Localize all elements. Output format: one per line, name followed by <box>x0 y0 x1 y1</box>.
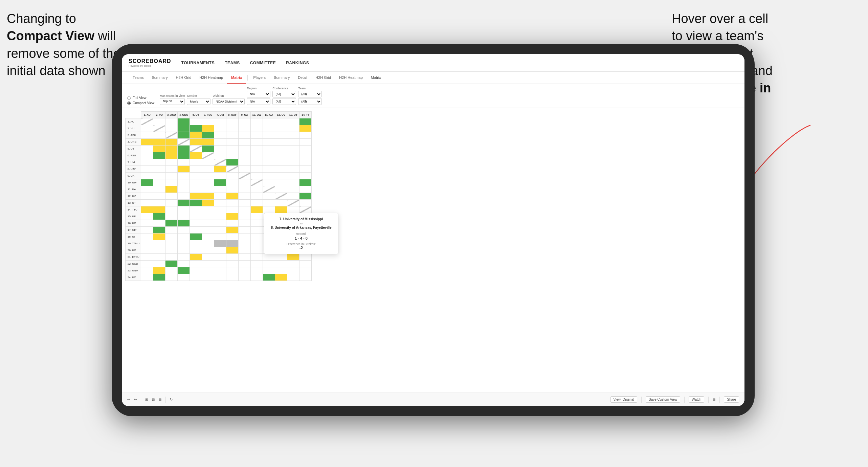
cell-19-4[interactable] <box>178 240 190 247</box>
cell-3-6[interactable] <box>202 132 214 139</box>
cell-13-10[interactable] <box>251 200 263 206</box>
nav-rankings[interactable]: RANKINGS <box>286 61 309 65</box>
cell-2-7[interactable] <box>214 125 226 132</box>
cell-18-5[interactable] <box>190 234 202 240</box>
cell-12-2[interactable] <box>153 193 165 200</box>
cell-13-7[interactable] <box>214 200 226 206</box>
cell-19-1[interactable] <box>141 240 153 247</box>
cell-1-9[interactable] <box>239 118 251 125</box>
cell-19-8[interactable] <box>226 240 239 247</box>
cell-18-7[interactable] <box>214 234 226 240</box>
cell-10-8[interactable] <box>226 179 239 186</box>
cell-20-2[interactable] <box>153 247 165 254</box>
cell-17-2[interactable] <box>153 227 165 234</box>
cell-5-2[interactable] <box>153 146 165 152</box>
cell-13-14[interactable] <box>299 200 312 206</box>
cell-7-13[interactable] <box>287 159 299 166</box>
cell-14-10[interactable] <box>251 206 263 213</box>
cell-8-12[interactable] <box>275 166 287 173</box>
cell-17-10[interactable] <box>251 227 263 234</box>
cell-1-8[interactable] <box>226 118 239 125</box>
cell-21-9[interactable] <box>239 254 251 261</box>
cell-11-6[interactable] <box>202 186 214 193</box>
cell-9-10[interactable] <box>251 173 263 179</box>
cell-16-10[interactable] <box>251 220 263 227</box>
cell-10-2[interactable] <box>153 179 165 186</box>
cell-21-11[interactable] <box>263 254 275 261</box>
cell-20-6[interactable] <box>202 247 214 254</box>
cell-10-5[interactable] <box>190 179 202 186</box>
toolbar-grid1[interactable]: ⊞ <box>145 398 148 401</box>
cell-23-11[interactable] <box>263 267 275 274</box>
toolbar-share[interactable]: Share <box>724 396 739 403</box>
cell-9-9[interactable] <box>239 173 251 179</box>
cell-24-6[interactable] <box>202 274 214 281</box>
cell-11-11[interactable] <box>263 186 275 193</box>
tab-summary-teams[interactable]: Summary <box>148 72 172 84</box>
cell-8-2[interactable] <box>153 166 165 173</box>
cell-1-7[interactable] <box>214 118 226 125</box>
cell-4-6[interactable] <box>202 139 214 146</box>
cell-23-12[interactable] <box>275 267 287 274</box>
cell-24-5[interactable] <box>190 274 202 281</box>
cell-7-9[interactable] <box>239 159 251 166</box>
cell-23-8[interactable] <box>226 267 239 274</box>
cell-15-7[interactable] <box>214 213 226 220</box>
cell-13-2[interactable] <box>153 200 165 206</box>
cell-12-7[interactable] <box>214 193 226 200</box>
cell-5-5[interactable] <box>190 146 202 152</box>
cell-20-8[interactable] <box>226 247 239 254</box>
filter-conference-select2[interactable]: (All) <box>272 98 296 105</box>
cell-8-1[interactable] <box>141 166 153 173</box>
cell-14-3[interactable] <box>165 206 178 213</box>
cell-20-10[interactable] <box>251 247 263 254</box>
cell-5-10[interactable] <box>251 146 263 152</box>
cell-15-3[interactable] <box>165 213 178 220</box>
cell-14-4[interactable] <box>178 206 190 213</box>
cell-2-6[interactable] <box>202 125 214 132</box>
cell-22-9[interactable] <box>239 261 251 267</box>
radio-compact-view[interactable]: Compact View <box>127 101 154 105</box>
cell-17-6[interactable] <box>202 227 214 234</box>
cell-12-6[interactable] <box>202 193 214 200</box>
cell-6-14[interactable] <box>299 152 312 159</box>
cell-6-10[interactable] <box>251 152 263 159</box>
cell-19-3[interactable] <box>165 240 178 247</box>
cell-24-10[interactable] <box>251 274 263 281</box>
cell-4-9[interactable] <box>239 139 251 146</box>
cell-4-13[interactable] <box>287 139 299 146</box>
cell-3-13[interactable] <box>287 132 299 139</box>
cell-6-5[interactable] <box>190 152 202 159</box>
cell-1-3[interactable] <box>165 118 178 125</box>
cell-14-2[interactable] <box>153 206 165 213</box>
cell-8-3[interactable] <box>165 166 178 173</box>
cell-13-12[interactable] <box>275 200 287 206</box>
cell-14-8[interactable] <box>226 206 239 213</box>
cell-18-2[interactable] <box>153 234 165 240</box>
cell-12-12[interactable] <box>275 193 287 200</box>
toolbar-grid3[interactable]: ⊟ <box>159 398 161 401</box>
cell-23-14[interactable] <box>299 267 312 274</box>
cell-9-6[interactable] <box>202 173 214 179</box>
cell-7-12[interactable] <box>275 159 287 166</box>
filter-team-select1[interactable]: (All) <box>298 91 322 97</box>
filter-team-select2[interactable]: (All) <box>298 98 322 105</box>
tab-h2h-grid-teams[interactable]: H2H Grid <box>172 72 195 84</box>
cell-7-6[interactable] <box>202 159 214 166</box>
cell-2-11[interactable] <box>263 125 275 132</box>
cell-3-12[interactable] <box>275 132 287 139</box>
cell-20-9[interactable] <box>239 247 251 254</box>
cell-16-3[interactable] <box>165 220 178 227</box>
cell-5-1[interactable] <box>141 146 153 152</box>
cell-4-5[interactable] <box>190 139 202 146</box>
cell-3-7[interactable] <box>214 132 226 139</box>
cell-23-2[interactable] <box>153 267 165 274</box>
tab-players[interactable]: Players <box>249 72 270 84</box>
cell-23-1[interactable] <box>141 267 153 274</box>
cell-21-4[interactable] <box>178 254 190 261</box>
cell-9-3[interactable] <box>165 173 178 179</box>
cell-11-14[interactable] <box>299 186 312 193</box>
cell-6-2[interactable] <box>153 152 165 159</box>
cell-1-14[interactable] <box>299 118 312 125</box>
cell-5-7[interactable] <box>214 146 226 152</box>
